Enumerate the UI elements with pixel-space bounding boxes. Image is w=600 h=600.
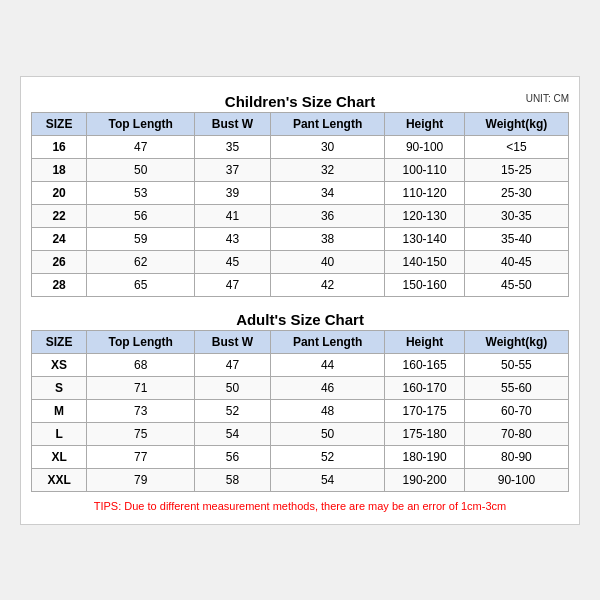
table-row: 18503732100-11015-25 [32,158,569,181]
table-cell: 68 [87,353,195,376]
table-cell: 47 [195,353,271,376]
children-title-text: Children's Size Chart [225,93,375,110]
children-col-bust-w: Bust W [195,112,271,135]
adults-col-size: SIZE [32,330,87,353]
table-row: 24594338130-14035-40 [32,227,569,250]
table-cell: 50 [270,422,385,445]
table-cell: 39 [195,181,271,204]
table-cell: 77 [87,445,195,468]
tips-text: TIPS: Due to different measurement metho… [31,498,569,514]
table-cell: 20 [32,181,87,204]
table-cell: L [32,422,87,445]
table-cell: XL [32,445,87,468]
table-cell: 32 [270,158,385,181]
table-cell: 30 [270,135,385,158]
table-cell: 175-180 [385,422,464,445]
table-cell: 80-90 [464,445,568,468]
table-row: XXL795854190-20090-100 [32,468,569,491]
table-cell: 140-150 [385,250,464,273]
table-cell: 190-200 [385,468,464,491]
chart-container: Children's Size Chart UNIT: CM SIZE Top … [20,76,580,525]
table-cell: 40-45 [464,250,568,273]
adults-header-row: SIZE Top Length Bust W Pant Length Heigh… [32,330,569,353]
table-cell: 60-70 [464,399,568,422]
table-cell: 47 [87,135,195,158]
children-col-weight: Weight(kg) [464,112,568,135]
unit-label: UNIT: CM [526,93,569,104]
table-cell: 90-100 [385,135,464,158]
table-row: 1647353090-100<15 [32,135,569,158]
table-cell: 43 [195,227,271,250]
adults-table: SIZE Top Length Bust W Pant Length Heigh… [31,330,569,492]
table-cell: 55-60 [464,376,568,399]
table-cell: S [32,376,87,399]
table-cell: 38 [270,227,385,250]
table-cell: 24 [32,227,87,250]
children-col-top-length: Top Length [87,112,195,135]
table-cell: 160-170 [385,376,464,399]
table-cell: 130-140 [385,227,464,250]
table-cell: 42 [270,273,385,296]
table-row: XL775652180-19080-90 [32,445,569,468]
table-cell: 45 [195,250,271,273]
table-cell: 50 [195,376,271,399]
table-row: 20533934110-12025-30 [32,181,569,204]
table-cell: 50 [87,158,195,181]
table-cell: M [32,399,87,422]
table-cell: 71 [87,376,195,399]
table-cell: 25-30 [464,181,568,204]
table-cell: 54 [270,468,385,491]
table-cell: 44 [270,353,385,376]
children-header-row: SIZE Top Length Bust W Pant Length Heigh… [32,112,569,135]
table-cell: 34 [270,181,385,204]
table-cell: 36 [270,204,385,227]
table-cell: 59 [87,227,195,250]
table-cell: 79 [87,468,195,491]
table-cell: 15-25 [464,158,568,181]
table-cell: 35-40 [464,227,568,250]
adults-title: Adult's Size Chart [31,305,569,330]
table-cell: 75 [87,422,195,445]
adults-col-weight: Weight(kg) [464,330,568,353]
table-cell: 30-35 [464,204,568,227]
table-cell: 45-50 [464,273,568,296]
table-cell: 48 [270,399,385,422]
adults-col-bust-w: Bust W [195,330,271,353]
adults-col-height: Height [385,330,464,353]
table-cell: 22 [32,204,87,227]
table-cell: 18 [32,158,87,181]
table-cell: 110-120 [385,181,464,204]
table-cell: 58 [195,468,271,491]
table-cell: 54 [195,422,271,445]
adults-title-text: Adult's Size Chart [236,311,364,328]
table-cell: 70-80 [464,422,568,445]
adults-col-pant-length: Pant Length [270,330,385,353]
table-cell: 56 [195,445,271,468]
table-cell: XS [32,353,87,376]
table-row: S715046160-17055-60 [32,376,569,399]
table-cell: 90-100 [464,468,568,491]
table-cell: 53 [87,181,195,204]
table-cell: 100-110 [385,158,464,181]
table-cell: 56 [87,204,195,227]
table-cell: <15 [464,135,568,158]
table-cell: 52 [270,445,385,468]
table-cell: 40 [270,250,385,273]
table-row: 22564136120-13030-35 [32,204,569,227]
table-cell: 62 [87,250,195,273]
children-title: Children's Size Chart UNIT: CM [31,87,569,112]
table-row: 26624540140-15040-45 [32,250,569,273]
table-cell: 73 [87,399,195,422]
table-cell: 46 [270,376,385,399]
table-cell: 37 [195,158,271,181]
table-cell: 41 [195,204,271,227]
table-cell: 28 [32,273,87,296]
table-cell: 26 [32,250,87,273]
table-row: 28654742150-16045-50 [32,273,569,296]
table-cell: 47 [195,273,271,296]
table-row: M735248170-17560-70 [32,399,569,422]
table-row: XS684744160-16550-55 [32,353,569,376]
children-table: SIZE Top Length Bust W Pant Length Heigh… [31,112,569,297]
table-cell: 65 [87,273,195,296]
adults-col-top-length: Top Length [87,330,195,353]
